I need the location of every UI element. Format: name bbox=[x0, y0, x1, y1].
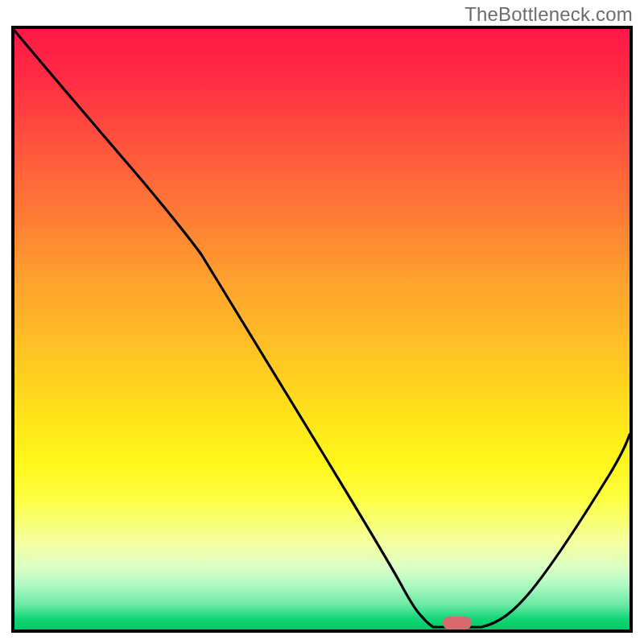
sweet-spot-marker bbox=[443, 617, 472, 630]
watermark-text: TheBottleneck.com bbox=[464, 3, 633, 26]
plot-frame bbox=[11, 26, 633, 633]
curve-path bbox=[14, 31, 630, 627]
chart-container: TheBottleneck.com bbox=[0, 0, 644, 644]
bottleneck-curve bbox=[14, 29, 630, 630]
